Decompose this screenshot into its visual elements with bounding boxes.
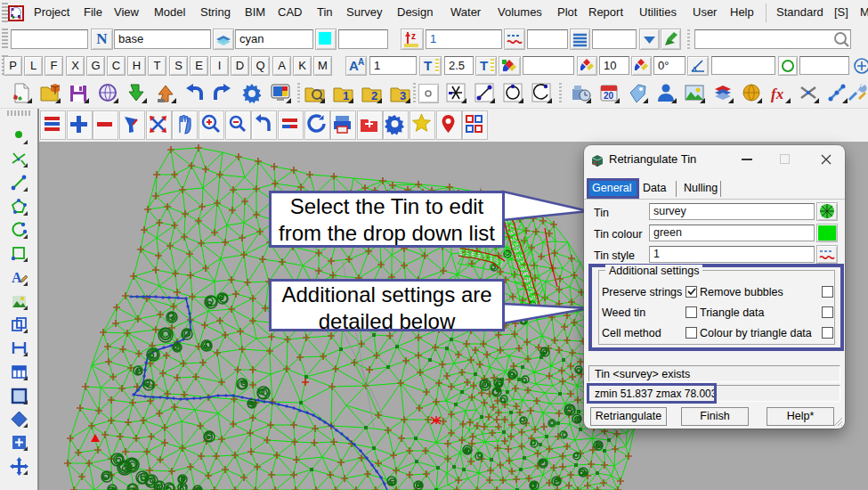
svg-text:20: 20: [604, 91, 614, 101]
svg-text:1: 1: [343, 89, 349, 102]
svg-text:fx: fx: [771, 86, 784, 102]
svg-text:3: 3: [400, 89, 406, 102]
svg-text:A: A: [12, 270, 22, 285]
svg-text:2: 2: [371, 89, 377, 102]
svg-text:z: z: [411, 31, 416, 41]
svg-text:12: 12: [592, 160, 598, 166]
